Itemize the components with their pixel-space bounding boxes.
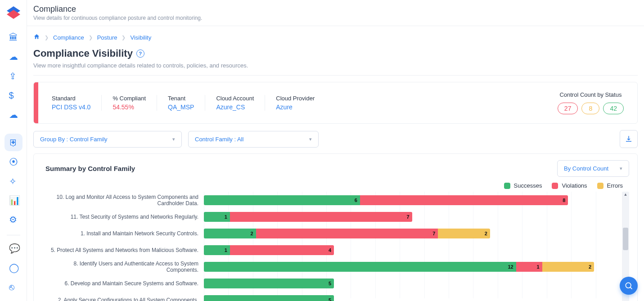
metric-compliant-value: 54.55% <box>113 103 146 111</box>
metric-cloud-account-value[interactable]: Azure_CS <box>216 103 254 111</box>
sidebar: 🏛 ☁ ⇪ $ ☁ ⛨ ⦿ ✧ 📊 ⚙ 💬 ◯ ⎋ <box>0 0 27 301</box>
chart-title: Summary by Control Family <box>42 165 135 172</box>
chart-bar-segment: 1 <box>516 262 542 272</box>
app-title: Compliance <box>33 4 638 14</box>
chart-category-label: 1. Install and Maintain Network Security… <box>42 225 204 242</box>
chevron-right-icon: ❯ <box>122 35 126 40</box>
chart-bar-segment: 2 <box>438 229 490 238</box>
chart-bar-segment: 5 <box>204 295 334 301</box>
page-title: Compliance Visibility <box>33 48 133 59</box>
chart-legend: Successes Violations Errors <box>42 182 623 189</box>
nav-compliance-icon[interactable]: ⛨ <box>5 134 23 151</box>
topbar: Compliance View details for continuous c… <box>27 0 644 26</box>
home-icon[interactable] <box>33 33 40 41</box>
nav-chat-icon[interactable]: 💬 <box>5 240 23 257</box>
legend-error-label: Errors <box>607 182 623 189</box>
chart-bar-segment: 7 <box>230 212 412 222</box>
chart-bar-row[interactable]: 68 <box>204 192 620 208</box>
chart-bar-row[interactable]: 14 <box>204 242 620 258</box>
chart-category-label: 2. Apply Secure Configurations to All Sy… <box>42 292 204 301</box>
chart-bar-segment: 1 <box>204 245 230 255</box>
legend-success-label: Successes <box>514 182 542 189</box>
chart-bar-segment: 12 <box>204 262 516 272</box>
summary-card: Standard PCI DSS v4.0 % Compliant 54.55%… <box>33 82 638 124</box>
nav-reports-icon[interactable]: 📊 <box>5 192 23 209</box>
help-icon[interactable]: ? <box>136 49 144 58</box>
download-button[interactable] <box>620 130 638 148</box>
control-count-label: Control Count by Status <box>558 91 624 98</box>
legend-error-swatch <box>597 183 603 189</box>
chevron-right-icon: ❯ <box>45 35 49 40</box>
metric-cloud-provider-value[interactable]: Azure <box>276 103 315 111</box>
chart-bar-segment: 1 <box>204 212 230 222</box>
nav-logout-icon[interactable]: ⎋ <box>5 278 23 296</box>
control-count-green: 42 <box>603 103 624 114</box>
breadcrumb: ❯ Compliance ❯ Posture ❯ Visibility <box>33 33 638 41</box>
metric-tenant-label: Tenant <box>168 95 194 102</box>
chart-metric-value: By Control Count <box>564 165 608 172</box>
nav-cost-icon[interactable]: $ <box>5 86 23 104</box>
breadcrumb-visibility[interactable]: Visibility <box>130 34 151 41</box>
metric-standard-value[interactable]: PCI DSS v4.0 <box>52 103 90 111</box>
app-subtitle: View details for continuous compliance p… <box>33 15 638 21</box>
metric-cloud-account-label: Cloud Account <box>216 95 254 102</box>
chart-bar-row[interactable]: 17 <box>204 208 620 225</box>
metric-compliant-label: % Compliant <box>113 95 146 102</box>
control-count-yellow: 8 <box>581 103 599 114</box>
legend-violation-swatch <box>552 183 558 189</box>
chart-bar-row[interactable]: 5 <box>204 292 620 301</box>
metric-tenant-value[interactable]: QA_MSP <box>168 103 194 111</box>
scroll-up-icon[interactable]: ▲ <box>622 192 629 197</box>
metric-standard-label: Standard <box>52 95 90 102</box>
nav-insights-icon[interactable]: ✧ <box>5 172 23 190</box>
support-fab[interactable] <box>620 277 638 295</box>
nav-cloud-upload-icon[interactable]: ⇪ <box>5 67 23 85</box>
chart-bar-row[interactable]: 1212 <box>204 258 620 275</box>
group-by-select[interactable]: Group By : Control Family ▾ <box>33 131 182 148</box>
control-count-red: 27 <box>558 103 578 114</box>
breadcrumb-posture[interactable]: Posture <box>97 34 117 41</box>
control-family-value: Control Family : All <box>195 136 243 143</box>
chart-card: Summary by Control Family By Control Cou… <box>33 153 638 301</box>
chart-category-label: 8. Identify Users and Authenticate Acces… <box>42 258 204 275</box>
legend-violation-label: Violations <box>562 182 587 189</box>
chart-frame: 10. Log and Monitor All Access to System… <box>42 192 629 301</box>
chart-metric-select[interactable]: By Control Count ▾ <box>557 160 629 177</box>
chart-bar-segment: 6 <box>204 195 360 205</box>
legend-success-swatch <box>504 183 510 189</box>
chart-category-label: 10. Log and Monitor All Access to System… <box>42 192 204 208</box>
chart-category-label: 6. Develop and Maintain Secure Systems a… <box>42 275 204 292</box>
chart-category-label: 5. Protect All Systems and Networks from… <box>42 242 204 258</box>
chart-bar-segment: 2 <box>204 229 256 238</box>
nav-settings-icon[interactable]: ⚙ <box>5 211 23 229</box>
chevron-down-icon: ▾ <box>172 136 175 142</box>
logo <box>5 4 22 21</box>
chart-bar-segment: 8 <box>360 195 568 205</box>
chart-bar-segment: 4 <box>230 245 334 255</box>
page-subtitle: View more insightful compliance details … <box>33 62 638 69</box>
nav-dashboard-icon[interactable]: 🏛 <box>5 29 23 46</box>
nav-cloud-security-icon[interactable]: ☁ <box>5 48 23 66</box>
chart-bar-segment: 7 <box>256 229 438 238</box>
scroll-thumb[interactable] <box>623 228 628 250</box>
chart-bar-segment: 5 <box>204 279 334 288</box>
chevron-right-icon: ❯ <box>89 35 93 40</box>
chevron-down-icon: ▾ <box>309 136 312 142</box>
chart-bar-segment: 2 <box>542 262 594 272</box>
breadcrumb-compliance[interactable]: Compliance <box>53 34 84 41</box>
svg-point-0 <box>626 283 631 288</box>
nav-profile-icon[interactable]: ◯ <box>5 259 23 276</box>
chevron-down-icon: ▾ <box>620 166 622 171</box>
chart-bar-row[interactable]: 272 <box>204 225 620 242</box>
nav-inventory-icon[interactable]: ⦿ <box>5 153 23 171</box>
nav-cloud-icon[interactable]: ☁ <box>5 106 23 123</box>
metric-cloud-provider-label: Cloud Provider <box>276 95 315 102</box>
chart-category-label: 11. Test Security of Systems and Network… <box>42 208 204 225</box>
control-family-select[interactable]: Control Family : All ▾ <box>188 131 319 148</box>
group-by-value: Group By : Control Family <box>40 136 108 143</box>
chart-bar-row[interactable]: 5 <box>204 275 620 292</box>
